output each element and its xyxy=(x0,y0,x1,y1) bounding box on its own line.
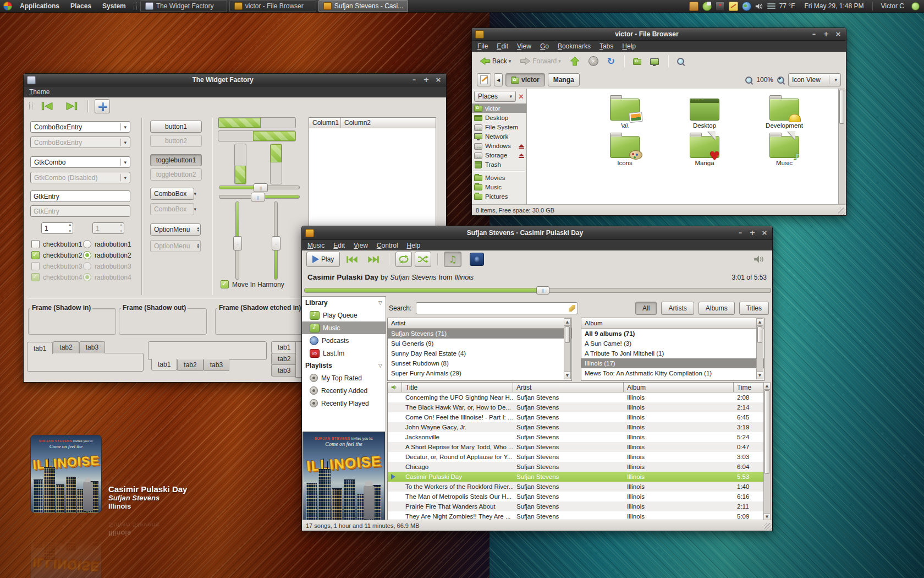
volume-icon[interactable] xyxy=(755,2,763,10)
stop-button[interactable]: × xyxy=(585,54,602,68)
folder-item[interactable]: ♥ Manga xyxy=(673,130,736,166)
checkbox-icon[interactable] xyxy=(221,280,229,288)
minimize-button[interactable]: – xyxy=(410,75,419,84)
notebook-tab[interactable]: tab2 xyxy=(53,341,79,353)
temperature[interactable]: 77 °F xyxy=(779,2,795,10)
shuffle-button[interactable] xyxy=(415,252,431,267)
path-segment-button[interactable]: ⌂ Manga xyxy=(548,73,580,86)
next-button[interactable] xyxy=(364,254,383,265)
hscale-1[interactable]: || xyxy=(219,186,300,189)
menubar-item[interactable]: Tabs xyxy=(595,41,618,51)
zoom-in-icon[interactable]: + xyxy=(777,77,784,84)
presence-status-icon[interactable] xyxy=(911,2,920,10)
places-item[interactable]: Trash xyxy=(472,160,526,169)
music-player-titlebar[interactable]: Sufjan Stevens - Casimir Pulaski Day – +… xyxy=(302,226,772,240)
seek-handle[interactable]: || xyxy=(536,286,549,295)
folder-item[interactable]: Icons xyxy=(593,130,657,166)
album-row[interactable]: All 9 albums (71) xyxy=(581,329,764,339)
artist-row[interactable]: Sui Generis (9) xyxy=(388,339,571,348)
filter-button[interactable]: Artists xyxy=(661,302,694,315)
notebook-tab[interactable]: tab2 xyxy=(271,353,295,365)
back-history-caret[interactable]: ▾ xyxy=(509,58,512,64)
forward-history-caret[interactable]: ▾ xyxy=(558,58,561,64)
checkbox-icon[interactable] xyxy=(31,273,40,281)
slider-handle[interactable]: || xyxy=(254,183,268,192)
checkbutton[interactable]: checkbutton2 xyxy=(31,252,82,259)
notebook-tab[interactable]: tab3 xyxy=(271,364,295,377)
folder-item[interactable]: Development xyxy=(752,93,816,129)
search-input[interactable] xyxy=(416,302,578,314)
bookmark-item[interactable]: Pictures xyxy=(472,192,526,201)
menu-theme[interactable]: Theme xyxy=(25,87,54,97)
checkbutton[interactable]: checkbutton4 xyxy=(31,274,82,281)
visualizer-button[interactable] xyxy=(470,253,484,266)
places-mode-select[interactable]: Places▾ xyxy=(474,91,516,102)
checkbutton[interactable]: checkbutton1 xyxy=(31,241,82,248)
playlist-item[interactable]: Recently Added xyxy=(302,384,386,397)
taskbar-window-button[interactable]: victor - File Browser xyxy=(229,0,316,12)
file-browser-titlebar[interactable]: victor - File Browser – + × xyxy=(472,28,846,41)
add-button[interactable] xyxy=(95,99,110,113)
playlist-item[interactable]: My Top Rated xyxy=(302,372,386,384)
bookmark-item[interactable]: Music xyxy=(472,182,526,192)
taskbar-window-button[interactable]: The Widget Factory xyxy=(140,0,227,12)
places-item[interactable]: File System xyxy=(472,122,526,132)
filter-button[interactable]: All xyxy=(635,302,657,315)
places-item[interactable]: Storage xyxy=(472,150,526,160)
path-scroll-left-button[interactable]: ◂ xyxy=(494,73,503,86)
time-column-header[interactable]: Time xyxy=(734,383,764,392)
album-scrollbar[interactable]: ▲▼ xyxy=(756,318,763,379)
track-row[interactable]: Casimir Pulaski Day Sufjan Stevens Illin… xyxy=(388,472,764,482)
slider-handle[interactable]: = xyxy=(272,236,280,250)
vscale-2[interactable]: = xyxy=(274,201,278,280)
slider-handle[interactable]: = xyxy=(233,236,242,250)
combobox[interactable]: ComboBox▾ xyxy=(150,188,194,200)
menubar-item[interactable]: Help xyxy=(403,241,425,250)
panel-handle[interactable] xyxy=(134,2,137,10)
home-button[interactable]: ⌂ xyxy=(630,56,645,67)
radio-icon[interactable] xyxy=(83,240,91,248)
track-row[interactable]: To the Workers of the Rockford River... … xyxy=(388,482,764,492)
album-row[interactable]: A Tribute To Joni Mitchell (1) xyxy=(581,348,764,358)
menubar-item[interactable]: Music xyxy=(303,241,329,250)
panel-menu-item[interactable]: System xyxy=(97,0,131,12)
album-row[interactable]: A Sun Came! (3) xyxy=(581,339,764,348)
input-device-icon[interactable] xyxy=(716,2,725,11)
volume-button[interactable] xyxy=(750,253,768,265)
browse-toggle-button[interactable]: ♫ xyxy=(444,252,461,267)
artist-row[interactable]: Sufjan Stevens (71) xyxy=(388,329,571,339)
maximize-button[interactable]: + xyxy=(822,30,831,39)
vscale-1[interactable]: = xyxy=(235,201,239,280)
close-button[interactable]: × xyxy=(834,30,843,39)
resize-grip[interactable] xyxy=(838,208,845,215)
treeview-column2-header[interactable]: Column2 xyxy=(341,118,436,128)
source-item[interactable]: Play Queue xyxy=(302,309,386,321)
maximize-button[interactable]: + xyxy=(422,75,431,84)
messenger-icon[interactable] xyxy=(702,2,712,11)
spinbutton[interactable]: 1 ▴ ▾ xyxy=(41,222,73,234)
menubar-item[interactable]: Control xyxy=(372,241,403,250)
track-row[interactable]: Decatur, or, Round of Applause for Y... … xyxy=(388,452,764,462)
notebook-tab[interactable]: tab2 xyxy=(177,359,203,371)
icon-view[interactable]: \a\ Desktop Development xyxy=(527,89,845,204)
clear-search-icon[interactable] xyxy=(569,305,575,312)
artist-row[interactable]: Super Furry Animals (29) xyxy=(388,368,571,378)
togglebutton1[interactable]: togglebutton1 xyxy=(150,154,202,166)
notebook-tab[interactable]: tab3 xyxy=(204,359,229,371)
menubar-item[interactable]: Edit xyxy=(492,41,513,51)
checkbox-icon[interactable] xyxy=(31,251,40,259)
album-row[interactable]: Illinois (17) xyxy=(581,358,764,368)
radio-icon[interactable] xyxy=(83,262,91,270)
zoom-level[interactable]: 100% xyxy=(756,76,773,84)
radiobutton[interactable]: radiobutton3 xyxy=(83,263,131,270)
album-column-header[interactable]: Album xyxy=(624,383,734,392)
artist-row[interactable]: Sunset Rubdown (8) xyxy=(388,358,571,368)
hscale-2[interactable]: || xyxy=(219,195,300,199)
forward-button[interactable]: Forward ▾ xyxy=(516,55,564,67)
view-mode-select[interactable]: Icon View▾ xyxy=(788,73,841,86)
taskbar-window-button[interactable]: Sufjan Stevens - Casi... xyxy=(318,0,408,12)
track-row[interactable]: Come On! Feel the Illinoise! - Part I: .… xyxy=(388,412,764,422)
menubar-item[interactable]: Bookmarks xyxy=(553,41,595,51)
artist-scrollbar[interactable]: ▲▼ xyxy=(564,318,571,379)
user-switcher[interactable]: Victor C xyxy=(881,2,904,10)
